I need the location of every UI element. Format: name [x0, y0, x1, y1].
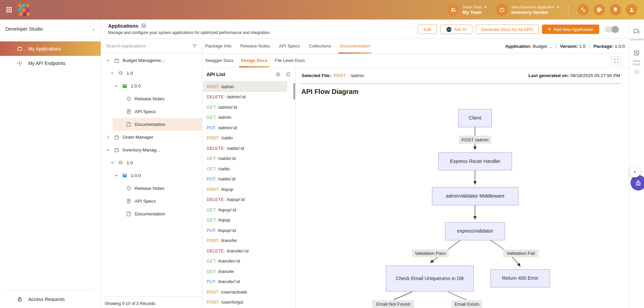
tree-node-1-0-0[interactable]: 1.0.0: [101, 79, 202, 92]
api-list-item[interactable]: PUT:/topup/:id: [203, 225, 287, 236]
subtab-swagger-docs[interactable]: Swagger Docs: [205, 54, 234, 67]
chevron-down-icon[interactable]: [109, 71, 115, 75]
api-method-badge: DELETE:: [207, 197, 225, 202]
api-path: /admin: [218, 115, 231, 120]
user-avatar-icon[interactable]: [626, 4, 637, 15]
sidebar-collapse-icon[interactable]: ‹: [93, 26, 95, 32]
api-list-item[interactable]: GET:/transfer: [203, 266, 287, 277]
package-green-icon: [122, 83, 128, 89]
tree-node-order-manager[interactable]: Order Manager: [101, 131, 202, 143]
diagram-node-check-email-uniqueness[interactable]: Check Email Uniqueness in DB: [386, 266, 474, 292]
api-path: /topup/:id: [218, 207, 236, 212]
api-list-item[interactable]: GET:/transfer/:id: [203, 256, 287, 267]
chevron-right-icon[interactable]: [105, 135, 111, 139]
api-list-item[interactable]: PUT:/saldo/:id: [203, 174, 287, 184]
sticky-notes-button[interactable]: Sticky Notes: [629, 50, 644, 66]
diagram-node-admin-validator[interactable]: adminValidator Middleware: [432, 187, 518, 205]
sidebar-item-my-applications[interactable]: My Applications: [0, 41, 101, 56]
rail-chevron-down-icon[interactable]: ▾: [634, 69, 639, 74]
package-blue-icon: [122, 173, 128, 178]
api-list-item[interactable]: POST:/transfer: [203, 236, 287, 246]
panel-collapse-chevron[interactable]: ‹: [629, 166, 641, 177]
diagram-node-express-validator[interactable]: expressValidator: [445, 222, 505, 240]
app-launcher-icon[interactable]: [6, 7, 12, 13]
tab-package-info[interactable]: Package Info: [205, 39, 232, 54]
tree-node-1-0[interactable]: 1.0: [101, 156, 202, 169]
api-list-item[interactable]: GET:/admin/:id: [203, 102, 287, 112]
api-list-item[interactable]: GET:/topup/:id: [203, 205, 287, 215]
api-list-item[interactable]: PUT:/transfer/:id: [203, 277, 287, 287]
tree-node-release-notes[interactable]: Release Notes: [101, 92, 202, 105]
subtab-file-level-docs[interactable]: File Level Docs: [275, 54, 305, 67]
left-sidebar: Developer Studio ‹ My ApplicationsMy API…: [0, 20, 101, 308]
header-divider: [568, 5, 569, 15]
comments-button[interactable]: Comments: [629, 28, 644, 41]
diagram-node-express-route-handler[interactable]: Express Route Handler: [438, 152, 512, 170]
settings-gear-icon[interactable]: [275, 71, 281, 77]
tab-release-notes[interactable]: Release Notes: [240, 39, 270, 54]
palette-icon[interactable]: [594, 4, 605, 15]
tree-node-1-0-0[interactable]: 1.0.0: [101, 169, 202, 182]
tree-node-api-specs[interactable]: API Specs: [101, 195, 202, 207]
tree-node-label: 1.0: [127, 71, 133, 76]
api-list-item[interactable]: POST:/admin: [203, 81, 287, 92]
business-application-selector[interactable]: Select Business Application▼ Inventory V…: [496, 4, 560, 16]
api-path: /topup/:id: [227, 197, 245, 202]
tree-node-inventory-manag-[interactable]: Inventory Manag...: [101, 143, 202, 156]
briefcase-icon: [17, 46, 23, 52]
api-method-badge: POST:: [207, 135, 219, 140]
api-list-item[interactable]: PUT:/admin/:id: [203, 123, 287, 133]
api-list-item[interactable]: DELETE:/transfer/:id: [203, 246, 287, 256]
chevron-down-icon[interactable]: [105, 58, 111, 63]
generate-docs-button[interactable]: Generate Docs for All APIs: [476, 25, 539, 34]
api-list-item[interactable]: GET:/topup: [203, 215, 287, 226]
tab-collections[interactable]: Collections: [309, 39, 331, 54]
api-list-item[interactable]: POST:/topup: [203, 184, 287, 195]
translate-icon[interactable]: [577, 4, 589, 15]
chevron-down-icon[interactable]: [109, 161, 115, 165]
api-list-item[interactable]: DELETE:/topup/:id: [203, 195, 287, 205]
sidebar-item-access-requests[interactable]: Access Requests: [0, 290, 101, 308]
tree-node-documentation[interactable]: Documentation: [113, 118, 202, 131]
chevron-down-icon[interactable]: [105, 148, 111, 152]
debug-bug-button[interactable]: [631, 175, 644, 191]
chevron-down-icon[interactable]: [113, 173, 119, 178]
ask-ai-button[interactable]: Ask AI: [440, 25, 472, 34]
filter-icon[interactable]: [192, 43, 197, 48]
team-caption: Select Team: [463, 5, 482, 9]
diagram-node-return-400-error[interactable]: Return 400 Error: [490, 269, 550, 287]
api-list-scrollbar[interactable]: [293, 83, 295, 100]
docfile-icon: [126, 211, 132, 217]
sidebar-item-my-api-endpoints[interactable]: My API Endpoints: [0, 56, 101, 70]
tree-node-budget-manageme-[interactable]: Budget Manageme...: [101, 54, 202, 67]
subtab-design-docs[interactable]: Design Docs: [241, 54, 268, 67]
api-list-item[interactable]: POST:/saldo: [203, 133, 287, 143]
page-title: Applications: [108, 23, 138, 29]
tab-api-specs[interactable]: API Specs: [279, 39, 300, 54]
api-list-item[interactable]: GET:/saldo: [203, 164, 287, 174]
tree-node-1-0[interactable]: 1.0: [101, 67, 202, 79]
help-icon[interactable]: ?: [141, 23, 146, 28]
api-list-item[interactable]: POST:/user/forgot: [203, 297, 287, 308]
api-list-item[interactable]: GET:/saldo/:id: [203, 153, 287, 164]
chevron-down-icon[interactable]: [113, 84, 119, 88]
api-list-item[interactable]: POST:/user/activate: [203, 287, 287, 297]
header-toggle[interactable]: [605, 27, 619, 32]
business-value: Inventory Vendor: [511, 10, 560, 15]
search-applications-input[interactable]: [106, 43, 189, 48]
team-selector[interactable]: Select Team▼ My Team: [447, 4, 487, 16]
fullscreen-icon[interactable]: [612, 56, 621, 66]
edit-button[interactable]: Edit: [418, 25, 437, 34]
api-list-item[interactable]: DELETE:/admin/:id: [203, 92, 287, 102]
tree-node-api-specs[interactable]: API Specs: [101, 105, 202, 118]
api-list-item[interactable]: GET:/admin: [203, 112, 287, 123]
tree-node-release-notes[interactable]: Release Notes: [101, 182, 202, 195]
notifications-icon[interactable]: [610, 4, 621, 15]
api-method-badge: GET:: [207, 207, 216, 212]
diagram-node-client[interactable]: Client: [458, 109, 492, 127]
tree-node-documentation[interactable]: Documentation: [101, 207, 202, 220]
add-new-application-button[interactable]: +Add New Application: [542, 25, 599, 34]
tab-documentation[interactable]: Documentation: [340, 39, 370, 54]
refresh-icon[interactable]: [285, 71, 291, 77]
api-list-item[interactable]: DELETE:/saldo/:id: [203, 143, 287, 153]
